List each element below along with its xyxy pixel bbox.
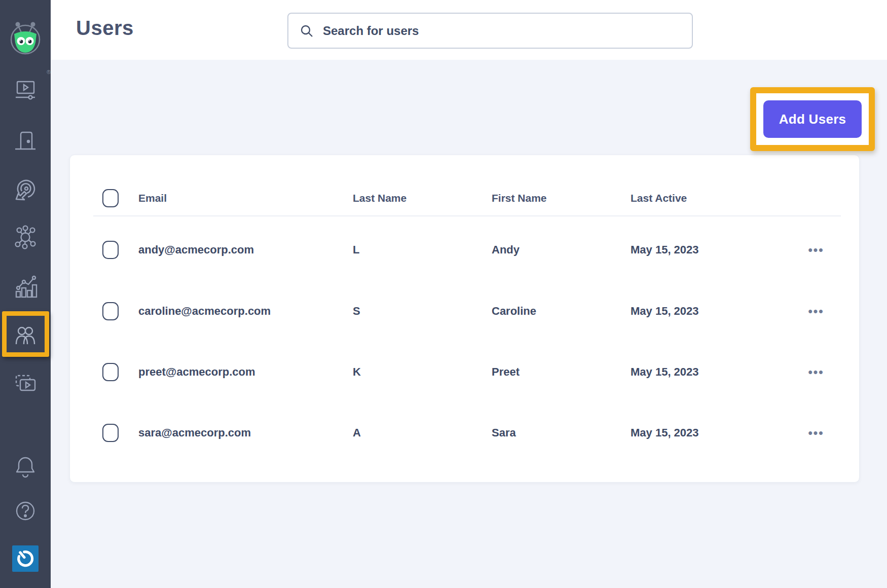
row-checkbox[interactable] bbox=[102, 363, 119, 381]
table-header-row: Email Last Name First Name Last Active bbox=[70, 179, 859, 217]
cell-first-name: Sara bbox=[492, 426, 516, 439]
row-checkbox[interactable] bbox=[102, 241, 119, 259]
column-header-first-name: First Name bbox=[492, 192, 547, 204]
users-table-card: Email Last Name First Name Last Active a… bbox=[69, 155, 860, 483]
column-header-last-name: Last Name bbox=[353, 192, 406, 204]
robot-mascot-icon bbox=[9, 20, 42, 56]
search-box[interactable] bbox=[287, 13, 693, 49]
cell-email: sara@acmecorp.com bbox=[138, 426, 251, 439]
cell-email: preet@acmecorp.com bbox=[138, 365, 255, 379]
notifications-bell-icon[interactable] bbox=[13, 454, 38, 479]
door-icon[interactable] bbox=[13, 128, 38, 153]
top-header: Users bbox=[51, 0, 887, 60]
row-actions-ellipsis-icon[interactable]: ••• bbox=[803, 426, 829, 440]
page-title: Users bbox=[76, 17, 134, 40]
column-header-email: Email bbox=[138, 192, 167, 204]
cell-last-active: May 15, 2023 bbox=[631, 365, 699, 379]
search-icon bbox=[300, 24, 314, 38]
cell-last-name: K bbox=[353, 365, 361, 379]
cell-first-name: Caroline bbox=[492, 305, 536, 318]
target-click-icon[interactable] bbox=[13, 178, 38, 202]
table-header-divider bbox=[93, 215, 841, 216]
row-actions-ellipsis-icon[interactable]: ••• bbox=[803, 365, 829, 379]
cell-last-name: L bbox=[353, 243, 359, 256]
cell-first-name: Preet bbox=[492, 365, 520, 379]
row-checkbox[interactable] bbox=[102, 424, 119, 442]
bar-chart-icon[interactable] bbox=[13, 274, 38, 299]
cell-last-active: May 15, 2023 bbox=[631, 243, 699, 256]
cell-last-active: May 15, 2023 bbox=[631, 426, 699, 439]
registered-mark: ® bbox=[47, 69, 51, 75]
select-all-checkbox[interactable] bbox=[102, 189, 119, 207]
video-library-icon[interactable] bbox=[13, 372, 38, 396]
search-input[interactable] bbox=[323, 24, 681, 38]
sidebar: ® bbox=[0, 0, 51, 588]
app-logo[interactable]: ® bbox=[9, 20, 42, 56]
table-row: caroline@acmecorp.com S Caroline May 15,… bbox=[70, 292, 859, 330]
video-player-icon[interactable] bbox=[13, 78, 38, 102]
table-row: preet@acmecorp.com K Preet May 15, 2023 … bbox=[70, 353, 859, 391]
highlight-box-sidebar-users bbox=[2, 311, 49, 357]
power-icon bbox=[16, 549, 35, 568]
cell-email: andy@acmecorp.com bbox=[138, 243, 254, 256]
cell-email: caroline@acmecorp.com bbox=[138, 305, 271, 318]
row-actions-ellipsis-icon[interactable]: ••• bbox=[803, 304, 829, 318]
table-row: sara@acmecorp.com A Sara May 15, 2023 ••… bbox=[70, 414, 859, 452]
row-checkbox[interactable] bbox=[102, 302, 119, 320]
cell-last-name: S bbox=[353, 305, 360, 318]
help-icon[interactable] bbox=[13, 499, 38, 523]
network-hub-icon[interactable] bbox=[13, 225, 38, 249]
highlight-box-add-users: Add Users bbox=[750, 87, 875, 151]
table-row: andy@acmecorp.com L Andy May 15, 2023 ••… bbox=[70, 231, 859, 269]
cell-first-name: Andy bbox=[492, 243, 520, 256]
power-button[interactable] bbox=[12, 545, 39, 572]
add-users-button[interactable]: Add Users bbox=[763, 100, 862, 138]
column-header-last-active: Last Active bbox=[631, 192, 687, 204]
row-actions-ellipsis-icon[interactable]: ••• bbox=[803, 243, 829, 257]
cell-last-active: May 15, 2023 bbox=[631, 305, 699, 318]
cell-last-name: A bbox=[353, 426, 361, 439]
